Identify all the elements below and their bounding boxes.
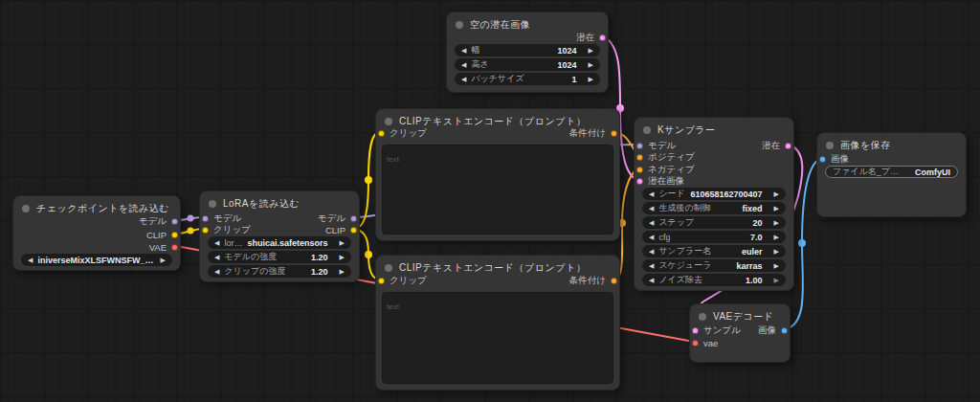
- seed-widget[interactable]: ◀ シード 610658162700407 ▶: [642, 188, 786, 200]
- port-dot-model[interactable]: [350, 215, 357, 222]
- input-port-samples[interactable]: サンプル: [692, 325, 741, 335]
- decrement-arrow-icon[interactable]: ◀: [28, 257, 33, 263]
- port-dot-clip[interactable]: [350, 227, 357, 234]
- port-dot-clip[interactable]: [378, 130, 385, 137]
- input-port-latent-image[interactable]: 潜在画像: [636, 176, 684, 186]
- filename-prefix-widget[interactable]: ファイル名_プレフィッ ... ComfyUI: [825, 166, 958, 178]
- ckpt-name-combo[interactable]: ◀ iniverseMixXLSFWNSFW_cartoon ... ▶: [21, 254, 172, 266]
- input-port-model[interactable]: モデル: [636, 141, 676, 150]
- input-port-model[interactable]: モデル: [202, 213, 241, 223]
- node-title-bar[interactable]: Kサンプラー: [643, 123, 716, 137]
- strength-model-widget[interactable]: ◀ モデルの強度 1.20 ▶: [208, 251, 351, 263]
- increment-arrow-icon[interactable]: ▶: [774, 219, 779, 226]
- cfg-widget[interactable]: ◀ cfg 7.0 ▶: [642, 231, 786, 243]
- width-widget[interactable]: ◀ 幅 1024 ▶: [455, 44, 600, 56]
- decrement-arrow-icon[interactable]: ◀: [649, 190, 654, 197]
- decrement-arrow-icon[interactable]: ◀: [649, 219, 654, 226]
- output-port-image[interactable]: 画像: [758, 325, 788, 335]
- lora-name-combo[interactable]: ◀ lora_name shuicai.safetensors ▶: [208, 236, 351, 249]
- output-port-vae[interactable]: VAE: [149, 242, 178, 252]
- control-after-generate-widget[interactable]: ◀ 生成後の制御 fixed ▶: [642, 202, 786, 214]
- node-graph-canvas[interactable]: チェックポイントを読み込む モデル CLIP VAE ◀ iniverseMix…: [0, 0, 980, 402]
- collapse-dot-icon[interactable]: [22, 205, 30, 212]
- node-clip-text-encode-positive[interactable]: CLIPテキストエンコード（プロンプト） クリップ 条件付け text: [375, 108, 620, 241]
- port-dot-vae[interactable]: [171, 244, 178, 251]
- output-port-clip[interactable]: CLIP: [325, 225, 357, 234]
- port-dot-conditioning[interactable]: [636, 167, 643, 173]
- collapse-dot-icon[interactable]: [385, 118, 392, 125]
- decrement-arrow-icon[interactable]: ◀: [214, 268, 219, 275]
- increment-arrow-icon[interactable]: ▶: [161, 257, 166, 263]
- increment-arrow-icon[interactable]: ▶: [774, 277, 779, 283]
- decrement-arrow-icon[interactable]: ◀: [461, 76, 466, 82]
- node-empty-latent-image[interactable]: 空の潜在画像 潜在 ◀ 幅 1024 ▶ ◀ 高さ 1024 ▶ ◀ バッチサイ…: [446, 11, 609, 93]
- node-load-checkpoint[interactable]: チェックポイントを読み込む モデル CLIP VAE ◀ iniverseMix…: [12, 195, 181, 271]
- decrement-arrow-icon[interactable]: ◀: [649, 262, 654, 269]
- collapse-dot-icon[interactable]: [456, 21, 463, 29]
- port-dot-image[interactable]: [781, 327, 788, 334]
- port-dot-image[interactable]: [819, 156, 826, 163]
- increment-arrow-icon[interactable]: ▶: [774, 248, 779, 255]
- output-port-clip[interactable]: CLIP: [146, 230, 178, 239]
- output-port-conditioning[interactable]: 条件付け: [569, 128, 617, 138]
- steps-widget[interactable]: ◀ ステップ 20 ▶: [642, 216, 786, 229]
- height-widget[interactable]: ◀ 高さ 1024 ▶: [455, 58, 600, 71]
- output-port-model[interactable]: モデル: [139, 216, 178, 226]
- port-dot-model[interactable]: [171, 218, 178, 225]
- denoise-widget[interactable]: ◀ ノイズ除去 1.00 ▶: [642, 274, 786, 286]
- output-port-latent[interactable]: 潜在: [576, 33, 606, 42]
- input-port-vae[interactable]: vae: [692, 338, 718, 347]
- batch-size-widget[interactable]: ◀ バッチサイズ 1 ▶: [455, 73, 600, 85]
- input-port-clip[interactable]: クリップ: [378, 128, 427, 138]
- port-dot-latent[interactable]: [599, 34, 606, 41]
- scheduler-widget[interactable]: ◀ スケジューラ karras ▶: [642, 259, 786, 272]
- node-vae-decode[interactable]: VAEデコード サンプル vae 画像: [689, 303, 791, 363]
- increment-arrow-icon[interactable]: ▶: [340, 268, 345, 275]
- decrement-arrow-icon[interactable]: ◀: [461, 47, 466, 54]
- prompt-textarea[interactable]: text: [382, 145, 613, 234]
- node-title-bar[interactable]: CLIPテキストエンコード（プロンプト）: [385, 261, 586, 275]
- port-dot-conditioning[interactable]: [611, 278, 617, 284]
- decrement-arrow-icon[interactable]: ◀: [649, 277, 654, 283]
- port-dot-model[interactable]: [636, 143, 643, 149]
- port-dot-vae[interactable]: [692, 340, 699, 346]
- collapse-dot-icon[interactable]: [385, 264, 392, 272]
- collapse-dot-icon[interactable]: [209, 200, 216, 208]
- input-port-negative[interactable]: ネガティブ: [636, 165, 695, 174]
- collapse-dot-icon[interactable]: [643, 126, 651, 134]
- sampler-name-widget[interactable]: ◀ サンプラー名 euler ▶: [642, 245, 786, 257]
- port-dot-latent[interactable]: [636, 178, 643, 185]
- port-dot-clip[interactable]: [202, 227, 209, 234]
- output-port-latent[interactable]: 潜在: [762, 141, 791, 150]
- port-dot-conditioning[interactable]: [636, 154, 643, 161]
- input-port-image[interactable]: 画像: [819, 154, 849, 164]
- decrement-arrow-icon[interactable]: ◀: [649, 234, 654, 240]
- decrement-arrow-icon[interactable]: ◀: [649, 205, 654, 212]
- port-dot-latent[interactable]: [692, 327, 699, 334]
- output-port-conditioning[interactable]: 条件付け: [569, 276, 617, 285]
- increment-arrow-icon[interactable]: ▶: [589, 76, 593, 82]
- node-title-bar[interactable]: 空の潜在画像: [456, 18, 530, 32]
- collapse-dot-icon[interactable]: [826, 142, 834, 149]
- port-dot-clip[interactable]: [378, 278, 385, 284]
- node-ksampler[interactable]: Kサンプラー モデル ポジティブ ネガティブ 潜在画像 潜在 ◀ シード 610…: [634, 117, 794, 291]
- port-dot-conditioning[interactable]: [611, 130, 617, 137]
- increment-arrow-icon[interactable]: ▶: [774, 190, 779, 197]
- node-title-bar[interactable]: チェックポイントを読み込む: [22, 202, 169, 215]
- node-title-bar[interactable]: 画像を保存: [826, 139, 891, 152]
- increment-arrow-icon[interactable]: ▶: [774, 262, 779, 269]
- node-title-bar[interactable]: VAEデコード: [699, 310, 773, 324]
- prompt-textarea[interactable]: text: [382, 292, 613, 384]
- collapse-dot-icon[interactable]: [699, 313, 706, 321]
- node-clip-text-encode-negative[interactable]: CLIPテキストエンコード（プロンプト） クリップ 条件付け text: [375, 255, 620, 391]
- decrement-arrow-icon[interactable]: ◀: [649, 248, 654, 255]
- node-load-lora[interactable]: LoRAを読み込む モデル クリップ モデル CLIP ◀ lora_name …: [199, 190, 360, 282]
- port-dot-clip[interactable]: [171, 232, 178, 238]
- decrement-arrow-icon[interactable]: ◀: [461, 61, 466, 68]
- increment-arrow-icon[interactable]: ▶: [589, 61, 593, 68]
- increment-arrow-icon[interactable]: ▶: [774, 234, 779, 240]
- node-save-image[interactable]: 画像を保存 画像 ファイル名_プレフィッ ... ComfyUI: [816, 132, 967, 217]
- strength-clip-widget[interactable]: ◀ クリップの強度 1.20 ▶: [208, 265, 351, 278]
- increment-arrow-icon[interactable]: ▶: [340, 254, 345, 260]
- port-dot-latent[interactable]: [785, 143, 791, 149]
